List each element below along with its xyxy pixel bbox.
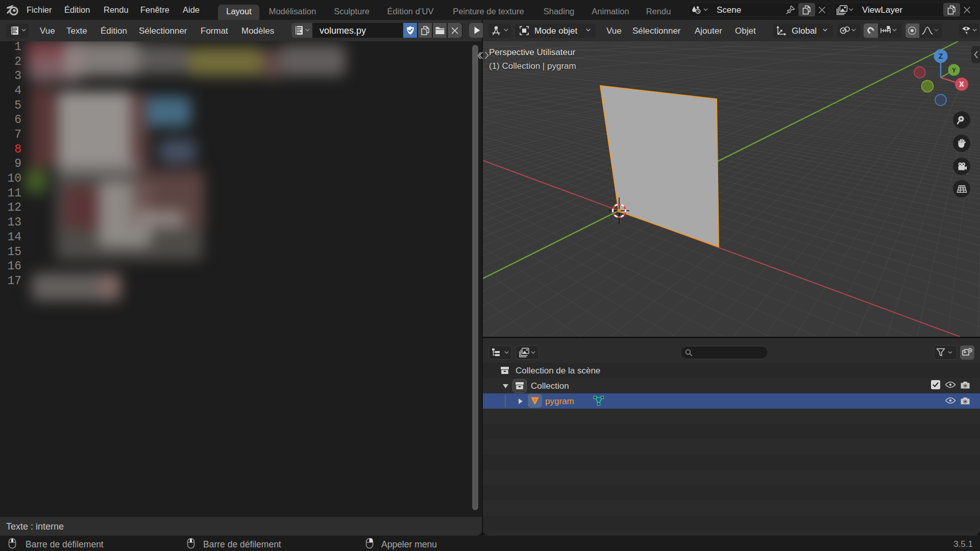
svg-text:Z: Z <box>939 52 943 60</box>
svg-text:X: X <box>959 80 964 88</box>
svg-text:Y: Y <box>952 66 957 74</box>
